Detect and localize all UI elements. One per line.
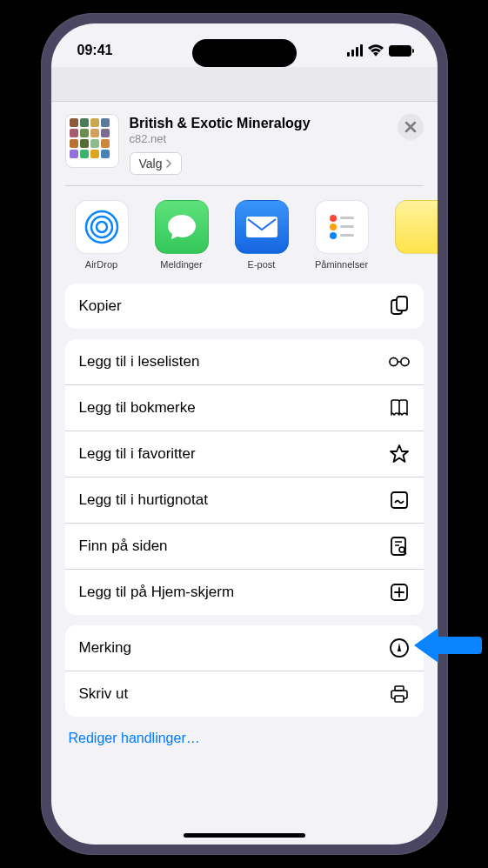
- app-label: AirDrop: [85, 259, 117, 270]
- share-header-info: British & Exotic Mineralogy c82.net Valg: [130, 114, 387, 175]
- action-quicknote[interactable]: Legg til i hurtignotat: [65, 477, 424, 523]
- markup-icon: [389, 638, 410, 658]
- action-markup[interactable]: Merking: [65, 625, 424, 671]
- messages-icon: [165, 211, 198, 243]
- action-find-on-page[interactable]: Finn på siden: [65, 523, 424, 569]
- callout-arrow: [414, 628, 484, 663]
- airdrop-icon: [83, 208, 121, 246]
- add-to-homescreen-icon: [389, 582, 410, 603]
- share-subtitle: c82.net: [130, 132, 387, 145]
- notch: [192, 39, 297, 67]
- action-label: Legg til bokmerke: [79, 399, 196, 417]
- action-copy[interactable]: Kopier: [65, 284, 424, 329]
- cellular-signal-icon: [347, 44, 363, 57]
- svg-rect-7: [340, 217, 354, 219]
- battery-icon: [389, 45, 411, 57]
- quicknote-icon: [389, 490, 410, 511]
- action-print[interactable]: Skriv ut: [65, 671, 424, 717]
- svg-point-12: [389, 357, 397, 365]
- bookmark-icon: [389, 397, 410, 418]
- app-label: Meldinger: [160, 259, 202, 270]
- share-apps-row[interactable]: AirDrop Meldinger E-post: [51, 186, 438, 284]
- svg-rect-11: [397, 297, 407, 310]
- svg-rect-21: [395, 696, 404, 702]
- app-label: Påminnelser: [315, 259, 368, 270]
- mail-icon: [244, 214, 280, 240]
- close-button[interactable]: [398, 114, 424, 140]
- svg-point-4: [330, 215, 337, 222]
- action-bookmark[interactable]: Legg til bokmerke: [65, 384, 424, 431]
- page-thumbnail: [65, 114, 119, 168]
- action-label: Legg til i favoritter: [79, 445, 196, 463]
- options-label: Valg: [139, 157, 163, 170]
- svg-rect-3: [246, 217, 277, 237]
- print-icon: [389, 684, 410, 704]
- action-label: Skriv ut: [79, 685, 129, 703]
- svg-rect-9: [340, 234, 354, 237]
- action-favorites[interactable]: Legg til i favoritter: [65, 431, 424, 477]
- action-label: Merking: [79, 639, 131, 657]
- svg-rect-14: [391, 492, 407, 508]
- actions-content: Kopier Legg til i leselisten Legg til bo…: [51, 284, 438, 767]
- reading-list-icon: [389, 351, 410, 372]
- app-messages[interactable]: Meldinger: [150, 200, 213, 270]
- svg-point-5: [330, 224, 337, 230]
- reminders-icon: [324, 210, 359, 244]
- action-reading-list[interactable]: Legg til i leselisten: [65, 339, 424, 384]
- svg-rect-8: [340, 225, 354, 228]
- chevron-right-icon: [165, 159, 172, 168]
- screen: 09:41: [51, 23, 438, 845]
- action-label: Kopier: [79, 297, 122, 315]
- edit-actions-link[interactable]: Rediger handlinger…: [65, 727, 424, 753]
- app-airdrop[interactable]: AirDrop: [70, 200, 133, 270]
- home-indicator[interactable]: [184, 833, 305, 838]
- action-label: Legg til i hurtignotat: [79, 491, 208, 509]
- svg-point-1: [91, 217, 112, 237]
- status-time: 09:41: [77, 43, 113, 58]
- find-icon: [389, 536, 410, 557]
- status-indicators: [347, 44, 411, 57]
- action-label: Finn på siden: [79, 537, 168, 555]
- underlying-view: [51, 67, 438, 102]
- action-label: Legg til i leselisten: [79, 353, 200, 371]
- app-mail[interactable]: E-post: [231, 200, 293, 270]
- phone-frame: 09:41: [41, 13, 448, 855]
- options-button[interactable]: Valg: [130, 152, 183, 175]
- action-add-to-homescreen[interactable]: Legg til på Hjem-skjerm: [65, 569, 424, 615]
- svg-point-0: [97, 222, 107, 232]
- svg-point-6: [330, 232, 337, 239]
- action-group-bottom: Merking Skriv ut: [65, 625, 424, 717]
- action-group-copy: Kopier: [65, 284, 424, 329]
- action-label: Legg til på Hjem-skjerm: [79, 584, 235, 601]
- svg-point-16: [399, 547, 404, 552]
- copy-icon: [389, 296, 410, 317]
- app-label: E-post: [248, 259, 276, 270]
- share-sheet-header: British & Exotic Mineralogy c82.net Valg: [51, 102, 438, 185]
- share-title: British & Exotic Mineralogy: [130, 116, 387, 131]
- app-reminders[interactable]: Påminnelser: [311, 200, 373, 270]
- wifi-icon: [368, 44, 384, 57]
- app-notes-partial[interactable]: [391, 200, 438, 270]
- svg-point-13: [400, 357, 408, 365]
- star-icon: [389, 444, 410, 464]
- close-icon: [404, 121, 417, 133]
- action-group-main: Legg til i leselisten Legg til bokmerke …: [65, 339, 424, 615]
